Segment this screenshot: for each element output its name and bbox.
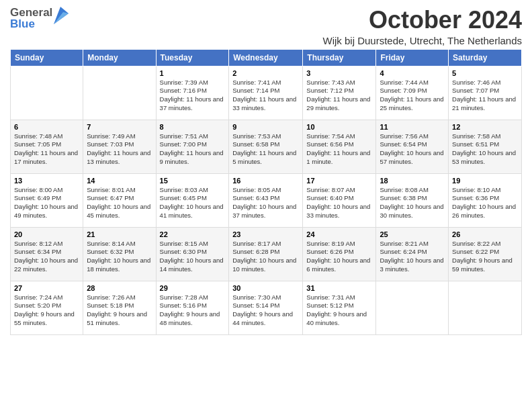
day-number: 18 (380, 177, 445, 185)
table-row: 5Sunrise: 7:46 AM Sunset: 7:07 PM Daylig… (449, 66, 522, 120)
table-row: 23Sunrise: 8:17 AM Sunset: 6:28 PM Dayli… (229, 227, 303, 281)
col-monday: Monday (83, 49, 156, 66)
day-info: Sunrise: 7:51 AM Sunset: 7:00 PM Dayligh… (160, 132, 226, 167)
day-info: Sunrise: 7:48 AM Sunset: 7:05 PM Dayligh… (14, 132, 79, 167)
day-number: 22 (160, 230, 226, 238)
day-number: 30 (232, 284, 299, 292)
day-number: 8 (160, 123, 226, 131)
day-number: 10 (306, 123, 372, 131)
logo-general: General (10, 7, 52, 18)
calendar-week-row: 6Sunrise: 7:48 AM Sunset: 7:05 PM Daylig… (11, 120, 522, 173)
day-info: Sunrise: 8:08 AM Sunset: 6:38 PM Dayligh… (380, 186, 445, 220)
day-number: 21 (87, 230, 152, 238)
day-info: Sunrise: 8:00 AM Sunset: 6:49 PM Dayligh… (14, 186, 79, 220)
day-number: 7 (87, 123, 152, 131)
logo-bird-icon (54, 7, 69, 24)
calendar-week-row: 1Sunrise: 7:39 AM Sunset: 7:16 PM Daylig… (11, 66, 522, 120)
table-row: 4Sunrise: 7:44 AM Sunset: 7:09 PM Daylig… (376, 66, 449, 120)
day-number: 29 (160, 284, 226, 292)
logo-text: General Blue (10, 7, 52, 30)
table-row: 30Sunrise: 7:30 AM Sunset: 5:14 PM Dayli… (229, 281, 303, 334)
table-row: 13Sunrise: 8:00 AM Sunset: 6:49 PM Dayli… (11, 173, 83, 227)
calendar-week-row: 20Sunrise: 8:12 AM Sunset: 6:34 PM Dayli… (11, 227, 522, 281)
day-info: Sunrise: 7:39 AM Sunset: 7:16 PM Dayligh… (160, 79, 226, 113)
day-info: Sunrise: 7:53 AM Sunset: 6:58 PM Dayligh… (232, 132, 299, 167)
table-row: 26Sunrise: 8:22 AM Sunset: 6:22 PM Dayli… (449, 227, 522, 281)
day-info: Sunrise: 8:14 AM Sunset: 6:32 PM Dayligh… (87, 240, 152, 274)
day-number: 9 (232, 123, 299, 131)
day-info: Sunrise: 8:01 AM Sunset: 6:47 PM Dayligh… (87, 186, 152, 220)
header: General Blue October 2024 Wijk bij Duurs… (10, 7, 522, 46)
table-row: 6Sunrise: 7:48 AM Sunset: 7:05 PM Daylig… (11, 120, 83, 173)
table-row: 16Sunrise: 8:05 AM Sunset: 6:43 PM Dayli… (229, 173, 303, 227)
day-number: 27 (14, 284, 79, 292)
day-number: 25 (380, 230, 445, 238)
table-row: 25Sunrise: 8:21 AM Sunset: 6:24 PM Dayli… (376, 227, 449, 281)
table-row: 1Sunrise: 7:39 AM Sunset: 7:16 PM Daylig… (156, 66, 229, 120)
table-row: 2Sunrise: 7:41 AM Sunset: 7:14 PM Daylig… (229, 66, 303, 120)
day-info: Sunrise: 8:10 AM Sunset: 6:36 PM Dayligh… (452, 186, 518, 220)
day-info: Sunrise: 8:05 AM Sunset: 6:43 PM Dayligh… (232, 186, 299, 220)
table-row: 17Sunrise: 8:07 AM Sunset: 6:40 PM Dayli… (303, 173, 376, 227)
table-row: 8Sunrise: 7:51 AM Sunset: 7:00 PM Daylig… (156, 120, 229, 173)
table-row: 27Sunrise: 7:24 AM Sunset: 5:20 PM Dayli… (11, 281, 83, 334)
table-row: 22Sunrise: 8:15 AM Sunset: 6:30 PM Dayli… (156, 227, 229, 281)
calendar-week-row: 27Sunrise: 7:24 AM Sunset: 5:20 PM Dayli… (11, 281, 522, 334)
day-number: 4 (380, 69, 445, 77)
day-number: 24 (306, 230, 372, 238)
day-info: Sunrise: 7:46 AM Sunset: 7:07 PM Dayligh… (452, 79, 518, 113)
day-number: 20 (14, 230, 79, 238)
location-title: Wijk bij Duurstede, Utrecht, The Netherl… (322, 35, 522, 46)
table-row: 11Sunrise: 7:56 AM Sunset: 6:54 PM Dayli… (376, 120, 449, 173)
day-number: 6 (14, 123, 79, 131)
table-row: 14Sunrise: 8:01 AM Sunset: 6:47 PM Dayli… (83, 173, 156, 227)
table-row (449, 281, 522, 334)
day-number: 3 (306, 69, 372, 77)
day-info: Sunrise: 8:17 AM Sunset: 6:28 PM Dayligh… (232, 240, 299, 274)
day-info: Sunrise: 7:54 AM Sunset: 6:56 PM Dayligh… (306, 132, 372, 167)
day-number: 15 (160, 177, 226, 185)
month-title: October 2024 (322, 7, 522, 34)
day-info: Sunrise: 7:56 AM Sunset: 6:54 PM Dayligh… (380, 132, 445, 167)
logo: General Blue (10, 7, 69, 30)
day-info: Sunrise: 7:31 AM Sunset: 5:12 PM Dayligh… (306, 293, 372, 328)
title-section: October 2024 Wijk bij Duurstede, Utrecht… (322, 7, 522, 46)
day-number: 17 (306, 177, 372, 185)
day-number: 14 (87, 177, 152, 185)
col-tuesday: Tuesday (156, 49, 229, 66)
day-number: 2 (232, 69, 299, 77)
calendar-header-row: Sunday Monday Tuesday Wednesday Thursday… (11, 49, 522, 66)
table-row: 31Sunrise: 7:31 AM Sunset: 5:12 PM Dayli… (303, 281, 376, 334)
day-info: Sunrise: 7:26 AM Sunset: 5:18 PM Dayligh… (87, 293, 152, 328)
day-info: Sunrise: 7:49 AM Sunset: 7:03 PM Dayligh… (87, 132, 152, 167)
day-info: Sunrise: 7:30 AM Sunset: 5:14 PM Dayligh… (232, 293, 299, 328)
day-number: 5 (452, 69, 518, 77)
day-info: Sunrise: 7:43 AM Sunset: 7:12 PM Dayligh… (306, 79, 372, 113)
table-row: 3Sunrise: 7:43 AM Sunset: 7:12 PM Daylig… (303, 66, 376, 120)
day-info: Sunrise: 7:24 AM Sunset: 5:20 PM Dayligh… (14, 293, 79, 328)
day-info: Sunrise: 7:58 AM Sunset: 6:51 PM Dayligh… (452, 132, 518, 167)
table-row: 21Sunrise: 8:14 AM Sunset: 6:32 PM Dayli… (83, 227, 156, 281)
table-row: 19Sunrise: 8:10 AM Sunset: 6:36 PM Dayli… (449, 173, 522, 227)
day-info: Sunrise: 8:07 AM Sunset: 6:40 PM Dayligh… (306, 186, 372, 220)
calendar-table: Sunday Monday Tuesday Wednesday Thursday… (10, 49, 522, 335)
day-number: 28 (87, 284, 152, 292)
day-number: 13 (14, 177, 79, 185)
col-sunday: Sunday (11, 49, 83, 66)
day-info: Sunrise: 7:41 AM Sunset: 7:14 PM Dayligh… (232, 79, 299, 113)
page-container: General Blue October 2024 Wijk bij Duurs… (0, 0, 532, 340)
table-row: 20Sunrise: 8:12 AM Sunset: 6:34 PM Dayli… (11, 227, 83, 281)
day-info: Sunrise: 8:03 AM Sunset: 6:45 PM Dayligh… (160, 186, 226, 220)
table-row (376, 281, 449, 334)
day-number: 16 (232, 177, 299, 185)
col-saturday: Saturday (449, 49, 522, 66)
col-friday: Friday (376, 49, 449, 66)
calendar-week-row: 13Sunrise: 8:00 AM Sunset: 6:49 PM Dayli… (11, 173, 522, 227)
table-row: 12Sunrise: 7:58 AM Sunset: 6:51 PM Dayli… (449, 120, 522, 173)
day-number: 12 (452, 123, 518, 131)
table-row: 15Sunrise: 8:03 AM Sunset: 6:45 PM Dayli… (156, 173, 229, 227)
col-wednesday: Wednesday (229, 49, 303, 66)
table-row: 7Sunrise: 7:49 AM Sunset: 7:03 PM Daylig… (83, 120, 156, 173)
table-row: 10Sunrise: 7:54 AM Sunset: 6:56 PM Dayli… (303, 120, 376, 173)
col-thursday: Thursday (303, 49, 376, 66)
